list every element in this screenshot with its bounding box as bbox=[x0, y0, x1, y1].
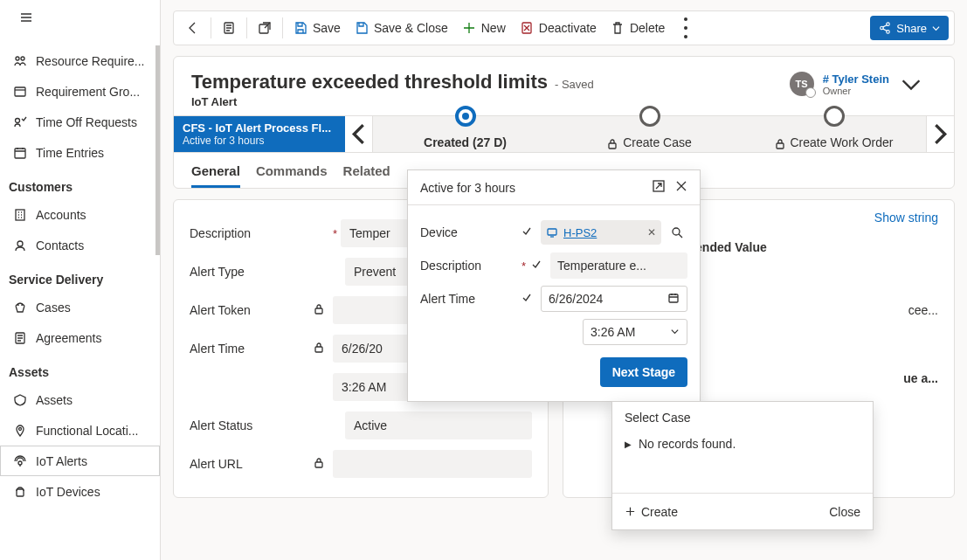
time-off-icon bbox=[10, 115, 31, 129]
bpf-stage-1[interactable]: Create Case bbox=[557, 116, 742, 152]
bpf-stage-flyout: Active for 3 hours Device H-PS2 ✕ Descri… bbox=[407, 169, 701, 402]
record-title: Temperature exceeded threshold limits bbox=[191, 71, 548, 93]
sidebar-item-accounts[interactable]: Accounts bbox=[0, 199, 160, 230]
deactivate-label: Deactivate bbox=[539, 21, 597, 35]
save-label: Save bbox=[313, 21, 341, 35]
contacts-icon bbox=[10, 239, 31, 252]
svg-rect-4 bbox=[15, 149, 25, 158]
search-icon[interactable] bbox=[667, 226, 687, 239]
sidebar-item-time-entries[interactable]: Time Entries bbox=[0, 137, 160, 168]
check-icon bbox=[531, 259, 542, 273]
stage-indicator-icon bbox=[639, 106, 660, 127]
owner-name[interactable]: # Tyler Stein bbox=[823, 73, 889, 86]
bpf-next-button[interactable] bbox=[926, 116, 954, 152]
nav-header: Service Delivery bbox=[0, 260, 160, 292]
entity-name: IoT Alert bbox=[191, 95, 594, 108]
deactivate-button[interactable]: Deactivate bbox=[513, 14, 604, 42]
expand-icon[interactable]: ▶ bbox=[625, 439, 632, 449]
new-button[interactable]: New bbox=[455, 14, 513, 42]
select-case-flyout: Select Case ▶ No records found. Create C… bbox=[611, 401, 874, 530]
device-lookup[interactable]: H-PS2 ✕ bbox=[541, 220, 661, 245]
save-close-label: Save & Close bbox=[374, 21, 448, 35]
chevron-down-icon[interactable] bbox=[670, 325, 680, 339]
cases-icon bbox=[10, 301, 31, 315]
required-indicator: * bbox=[333, 227, 337, 240]
svg-point-16 bbox=[684, 35, 687, 38]
next-stage-button[interactable]: Next Stage bbox=[600, 357, 687, 387]
svg-point-15 bbox=[684, 26, 687, 30]
tab-related[interactable]: Related bbox=[343, 163, 390, 188]
sidebar-item-iot-alerts[interactable]: IoT Alerts bbox=[0, 446, 160, 476]
flyout-title: Active for 3 hours bbox=[420, 181, 515, 195]
sidebar-item-cases[interactable]: Cases bbox=[0, 292, 160, 322]
svg-point-18 bbox=[881, 26, 884, 30]
flyout-time-field[interactable]: 3:26 AM bbox=[583, 319, 687, 345]
bpf-stage-0[interactable]: Created (27 D) bbox=[373, 116, 557, 152]
bpf-prev-button[interactable] bbox=[345, 116, 373, 152]
alert-status-field[interactable]: Active bbox=[345, 411, 532, 439]
show-string-link[interactable]: Show string bbox=[874, 211, 938, 225]
create-button[interactable]: Create bbox=[625, 505, 678, 519]
close-button[interactable]: Close bbox=[829, 505, 860, 519]
svg-rect-21 bbox=[777, 143, 784, 149]
check-icon bbox=[521, 293, 532, 306]
hamburger-button[interactable] bbox=[10, 2, 42, 33]
svg-rect-20 bbox=[609, 143, 616, 149]
svg-rect-23 bbox=[315, 347, 322, 352]
lock-icon bbox=[314, 342, 324, 356]
assets-icon bbox=[10, 393, 31, 407]
svg-point-0 bbox=[16, 57, 19, 60]
save-close-button[interactable]: Save & Close bbox=[348, 14, 455, 42]
sidebar-item-resource-requirements[interactable]: Resource Require... bbox=[0, 45, 160, 76]
svg-rect-2 bbox=[15, 87, 25, 96]
agreements-icon bbox=[10, 331, 31, 345]
form-selector-button[interactable] bbox=[215, 14, 243, 42]
share-button[interactable]: Share bbox=[870, 16, 949, 40]
clear-lookup-icon[interactable]: ✕ bbox=[647, 226, 656, 239]
case-flyout-title: Select Case bbox=[612, 402, 873, 433]
resource-requirements-icon bbox=[10, 54, 31, 68]
svg-point-17 bbox=[887, 23, 890, 26]
flyout-description-field[interactable]: Temperature e... bbox=[550, 252, 687, 279]
svg-rect-28 bbox=[669, 294, 678, 302]
iot-alerts-icon bbox=[10, 454, 31, 468]
svg-rect-10 bbox=[17, 489, 24, 496]
sidebar-scrollbar[interactable] bbox=[155, 45, 160, 255]
close-icon[interactable] bbox=[675, 180, 687, 195]
sidebar-item-time-off[interactable]: Time Off Requests bbox=[0, 107, 160, 137]
svg-point-19 bbox=[887, 31, 890, 34]
tab-general[interactable]: General bbox=[191, 163, 240, 188]
sidebar-item-requirement-groups[interactable]: Requirement Gro... bbox=[0, 76, 160, 107]
more-commands-button[interactable] bbox=[672, 14, 700, 42]
tab-commands[interactable]: Commands bbox=[256, 163, 328, 188]
open-new-window-button[interactable] bbox=[251, 14, 279, 42]
owner-label: Owner bbox=[823, 86, 889, 96]
svg-rect-5 bbox=[16, 210, 24, 220]
accounts-icon bbox=[10, 208, 31, 222]
svg-point-6 bbox=[17, 241, 23, 246]
bpf-title[interactable]: CFS - IoT Alert Process Fl... Active for… bbox=[174, 116, 345, 152]
stage-indicator-icon bbox=[824, 106, 845, 127]
record-saved-indicator: - Saved bbox=[555, 78, 594, 91]
nav-header: Assets bbox=[0, 353, 160, 384]
nav-header: Customers bbox=[0, 168, 160, 199]
business-process-flow: CFS - IoT Alert Process Fl... Active for… bbox=[174, 115, 954, 152]
no-records-text: No records found. bbox=[639, 437, 736, 451]
save-button[interactable]: Save bbox=[287, 14, 348, 42]
svg-point-9 bbox=[18, 461, 22, 465]
calendar-icon[interactable] bbox=[667, 292, 680, 307]
sidebar-item-agreements[interactable]: Agreements bbox=[0, 322, 160, 353]
sidebar-item-assets[interactable]: Assets bbox=[0, 384, 160, 415]
sidebar-item-contacts[interactable]: Contacts bbox=[0, 230, 160, 260]
delete-button[interactable]: Delete bbox=[604, 14, 672, 42]
bpf-stage-2[interactable]: Create Work Order bbox=[742, 116, 926, 152]
dock-icon[interactable] bbox=[653, 180, 665, 195]
avatar[interactable]: TS bbox=[790, 72, 814, 96]
sidebar-item-functional-locations[interactable]: Functional Locati... bbox=[0, 415, 160, 446]
command-bar: Save Save & Close New Deactivate Delete … bbox=[173, 10, 955, 45]
back-button[interactable] bbox=[179, 14, 207, 42]
lock-icon bbox=[314, 457, 324, 471]
header-expand-button[interactable] bbox=[898, 71, 924, 97]
sidebar-item-iot-devices[interactable]: IoT Devices bbox=[0, 476, 160, 507]
flyout-date-field[interactable]: 6/26/2024 bbox=[541, 286, 687, 312]
